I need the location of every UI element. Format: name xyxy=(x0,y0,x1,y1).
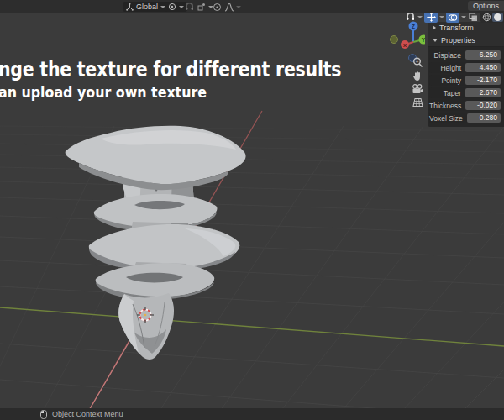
orientation-axes-icon xyxy=(126,3,134,11)
chevron-down-icon[interactable] xyxy=(417,16,423,18)
prop-row-pointy: Pointy -2.170 xyxy=(429,75,502,86)
transform-header-label: Transform xyxy=(439,24,474,32)
blender-window: nge the texture for different results an… xyxy=(0,0,504,420)
solid-sphere-icon xyxy=(494,13,501,21)
zoom-tool-button[interactable]: + xyxy=(410,55,425,69)
taper-field[interactable]: 2.670 xyxy=(465,88,501,97)
properties-body: Displace 6.250 Height 4.450 Pointy -2.17… xyxy=(428,47,504,127)
sidebar-panel: Transform Properties Displace 6.250 Heig… xyxy=(428,22,504,127)
panel-header-properties[interactable]: Properties xyxy=(428,34,504,47)
prop-label: Voxel Size xyxy=(429,114,467,123)
perspective-toggle-icon[interactable] xyxy=(410,96,425,109)
pan-hand-icon[interactable] xyxy=(410,69,425,82)
options-button[interactable]: Options xyxy=(468,1,504,11)
prop-label: Pointy xyxy=(429,76,465,85)
snap-magnet-icon[interactable] xyxy=(185,3,194,12)
prop-label: Displace xyxy=(429,51,465,60)
prop-row-height: Height 4.450 xyxy=(429,62,502,73)
thickness-field[interactable]: -0.020 xyxy=(465,101,501,110)
prop-row-taper: Taper 2.670 xyxy=(429,87,502,98)
shading-wireframe-button[interactable] xyxy=(482,13,491,22)
collapse-arrow-icon xyxy=(433,39,438,42)
panel-header-transform[interactable]: Transform xyxy=(428,22,504,34)
chevron-down-icon[interactable] xyxy=(439,16,444,18)
viewport-nav-column: Z Y X + xyxy=(386,17,425,118)
height-field[interactable]: 4.450 xyxy=(465,63,501,72)
gizmo-y-label: Y xyxy=(422,37,425,43)
pivot-point-icon xyxy=(168,3,176,11)
snap-target-icon xyxy=(197,3,206,11)
prop-label: Thickness xyxy=(429,102,465,110)
mouse-left-click-icon xyxy=(40,410,47,419)
gizmo-z-label: Z xyxy=(412,24,415,29)
gizmo-axis-y-neg[interactable] xyxy=(391,36,398,44)
chevron-down-icon xyxy=(179,6,184,8)
prop-row-voxel-size: Voxel Size 0.280 xyxy=(429,113,502,123)
properties-header-label: Properties xyxy=(441,36,475,45)
transform-orientation-dropdown[interactable]: Global xyxy=(123,2,169,12)
prop-row-thickness: Thickness -0.020 xyxy=(429,100,502,111)
pivot-point-dropdown[interactable] xyxy=(165,2,187,12)
pointy-field[interactable]: -2.170 xyxy=(465,76,501,85)
status-bar: Object Context Menu xyxy=(0,408,504,420)
proportional-editing-icon[interactable] xyxy=(213,3,222,12)
headline-overlay: nge the texture for different results an… xyxy=(0,57,417,101)
headline-line1: nge the texture for different results xyxy=(0,57,341,81)
gizmo-x-label: X xyxy=(403,43,407,48)
shading-solid-button[interactable] xyxy=(492,13,503,22)
falloff-curve-icon[interactable] xyxy=(224,3,234,12)
expand-arrow-icon xyxy=(433,25,436,30)
viewport-header: Global Options xyxy=(0,0,504,13)
displace-field[interactable]: 6.250 xyxy=(465,50,501,60)
svg-text:+: + xyxy=(415,59,418,64)
status-hint-label: Object Context Menu xyxy=(52,410,123,418)
prop-label: Height xyxy=(429,64,465,72)
headline-line2: an upload your own texture xyxy=(0,83,366,101)
orientation-label: Global xyxy=(136,3,158,11)
prop-row-displace: Displace 6.250 xyxy=(429,50,502,60)
chevron-down-icon[interactable] xyxy=(236,6,241,8)
camera-view-icon[interactable] xyxy=(410,82,425,96)
prop-label: Taper xyxy=(429,89,465,97)
options-label: Options xyxy=(473,2,499,10)
voxel-size-field[interactable]: 0.280 xyxy=(467,113,501,123)
chevron-down-icon[interactable] xyxy=(461,16,466,18)
